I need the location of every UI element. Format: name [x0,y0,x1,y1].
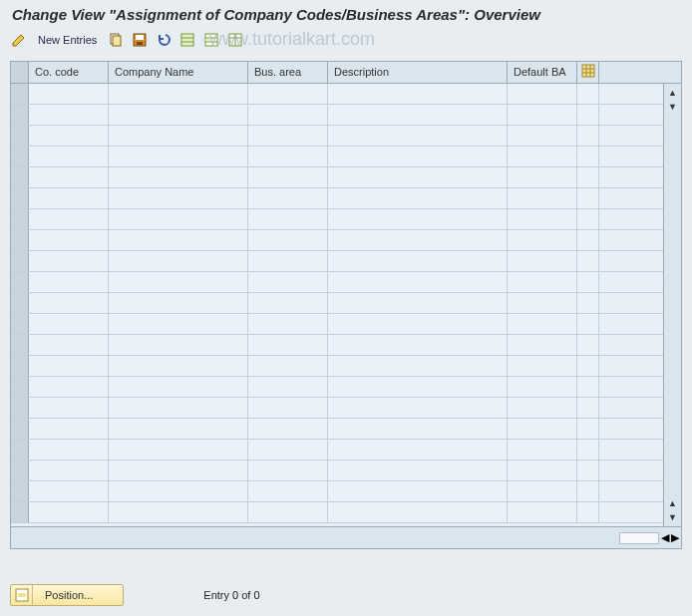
cell-co-code[interactable] [29,230,109,250]
cell-default-ba[interactable] [508,481,577,501]
cell-description[interactable] [328,502,508,522]
cell-company-name[interactable] [109,251,248,271]
table-row[interactable] [11,293,681,314]
cell-description[interactable] [328,126,508,146]
row-selector[interactable] [11,377,29,397]
edit-icon[interactable] [10,31,28,49]
row-selector[interactable] [11,230,29,250]
cell-default-ba[interactable] [508,419,577,439]
cell-description[interactable] [328,209,508,229]
table-row[interactable] [11,167,681,188]
undo-icon[interactable] [155,31,173,49]
cell-company-name[interactable] [109,481,248,501]
cell-default-ba[interactable] [508,230,577,250]
cell-bus-area[interactable] [248,272,328,292]
table-row[interactable] [11,105,681,126]
cell-company-name[interactable] [109,105,248,125]
table-configure-icon[interactable] [577,62,599,83]
scroll-right-icon[interactable]: ▶ [671,531,679,544]
table-row[interactable] [11,147,681,167]
cell-bus-area[interactable] [248,147,328,166]
table-row[interactable] [11,314,681,335]
cell-co-code[interactable] [29,105,109,125]
copy-icon[interactable] [107,31,125,49]
new-entries-button[interactable]: New Entries [34,34,101,46]
column-selector[interactable] [11,62,29,83]
cell-default-ba[interactable] [508,314,577,334]
column-description[interactable]: Description [328,62,508,83]
table-row[interactable] [11,209,681,230]
cell-co-code[interactable] [29,335,109,355]
cell-description[interactable] [328,105,508,125]
cell-company-name[interactable] [109,147,248,166]
cell-company-name[interactable] [109,293,248,313]
cell-company-name[interactable] [109,440,248,460]
column-bus-area[interactable]: Bus. area [248,62,328,83]
cell-company-name[interactable] [109,230,248,250]
cell-default-ba[interactable] [508,502,577,522]
cell-bus-area[interactable] [248,377,328,397]
table-row[interactable] [11,188,681,209]
row-selector[interactable] [11,167,29,187]
cell-description[interactable] [328,167,508,187]
cell-company-name[interactable] [109,272,248,292]
select-all-icon[interactable] [178,31,196,49]
table-row[interactable] [11,398,681,419]
vertical-scrollbar[interactable]: ▲ ▼ ▲ ▼ [663,84,681,526]
cell-company-name[interactable] [109,126,248,146]
row-selector[interactable] [11,84,29,104]
cell-company-name[interactable] [109,377,248,397]
cell-default-ba[interactable] [508,84,577,104]
cell-description[interactable] [328,230,508,250]
table-row[interactable] [11,335,681,356]
cell-company-name[interactable] [109,461,248,480]
cell-default-ba[interactable] [508,126,577,146]
cell-bus-area[interactable] [248,126,328,146]
row-selector[interactable] [11,126,29,146]
table-settings-icon[interactable] [226,31,244,49]
cell-description[interactable] [328,440,508,460]
table-row[interactable] [11,481,681,502]
cell-description[interactable] [328,398,508,418]
cell-default-ba[interactable] [508,272,577,292]
cell-bus-area[interactable] [248,419,328,439]
position-button[interactable]: Position... [10,584,124,606]
column-co-code[interactable]: Co. code [29,62,109,83]
cell-description[interactable] [328,335,508,355]
cell-co-code[interactable] [29,188,109,208]
cell-bus-area[interactable] [248,293,328,313]
scroll-left-icon[interactable]: ◀ [661,531,669,544]
cell-co-code[interactable] [29,293,109,313]
cell-default-ba[interactable] [508,105,577,125]
cell-co-code[interactable] [29,356,109,376]
cell-co-code[interactable] [29,167,109,187]
row-selector[interactable] [11,335,29,355]
column-company-name[interactable]: Company Name [109,62,248,83]
deselect-all-icon[interactable] [202,31,220,49]
cell-bus-area[interactable] [248,440,328,460]
row-selector[interactable] [11,209,29,229]
cell-default-ba[interactable] [508,461,577,480]
horizontal-scrollbar[interactable]: ◀ ▶ [11,526,681,548]
cell-co-code[interactable] [29,314,109,334]
cell-default-ba[interactable] [508,167,577,187]
table-row[interactable] [11,461,681,481]
table-row[interactable] [11,84,681,105]
cell-co-code[interactable] [29,440,109,460]
cell-bus-area[interactable] [248,230,328,250]
cell-default-ba[interactable] [508,209,577,229]
cell-description[interactable] [328,481,508,501]
cell-default-ba[interactable] [508,188,577,208]
table-row[interactable] [11,356,681,377]
table-row[interactable] [11,230,681,251]
table-row[interactable] [11,126,681,147]
cell-co-code[interactable] [29,502,109,522]
scroll-up-icon[interactable]: ▲ [666,86,680,100]
cell-co-code[interactable] [29,126,109,146]
hscroll-track[interactable] [619,532,659,544]
column-default-ba[interactable]: Default BA [508,62,577,83]
row-selector[interactable] [11,251,29,271]
cell-description[interactable] [328,419,508,439]
cell-bus-area[interactable] [248,209,328,229]
cell-co-code[interactable] [29,272,109,292]
